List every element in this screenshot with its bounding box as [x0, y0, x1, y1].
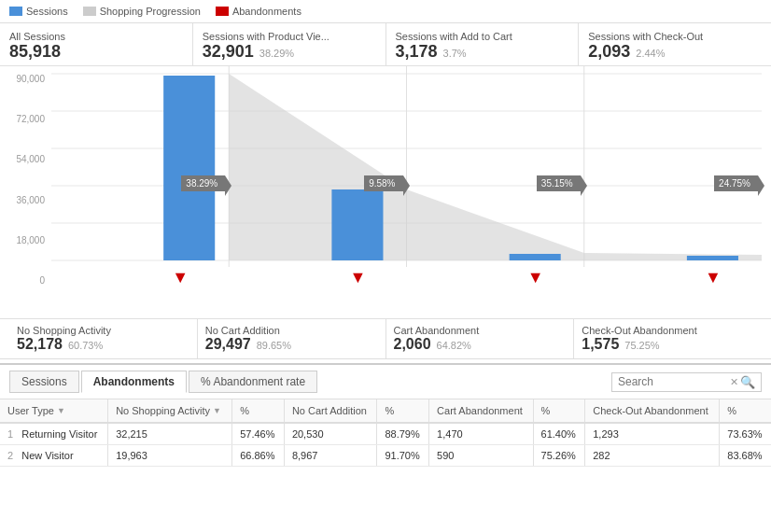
metric-checkout-pct: 2.44%	[636, 48, 665, 59]
badge-4-label: 24.75%	[714, 175, 758, 191]
badge-col-3: 35.15%	[407, 169, 584, 197]
svg-rect-14	[510, 254, 561, 260]
shopping-color-box	[83, 7, 96, 16]
metric-all-sessions: All Sessions 85,918	[0, 23, 193, 65]
tab-abandonments[interactable]: Abandonments	[81, 371, 187, 393]
badge-2-arrow	[403, 175, 410, 196]
sort-icon-user-type[interactable]: ▼	[57, 406, 65, 415]
search-icon[interactable]: 🔍	[740, 375, 755, 389]
badge-1-label: 38.29%	[181, 175, 225, 191]
metric-all-sessions-value: 85,918	[9, 42, 183, 62]
tab-sessions[interactable]: Sessions	[9, 371, 79, 393]
td-returning-p2: 88.79%	[377, 423, 429, 445]
td-returning-v4: 1,293	[585, 423, 720, 445]
abandonment-cart-value: 2,060	[394, 336, 431, 353]
badge-col-1: 38.29%	[51, 169, 229, 197]
legend-sessions: Sessions	[9, 6, 68, 17]
abandonment-checkout-value: 1,575	[582, 336, 619, 353]
th-pct-3: %	[533, 399, 585, 423]
th-pct-4: %	[720, 399, 771, 423]
td-new-p2: 91.70%	[377, 445, 429, 467]
td-new-v1: 19,963	[108, 445, 232, 467]
tab-bar: Sessions Abandonments % Abandonment rate…	[0, 365, 771, 399]
y-label-0: 90,000	[0, 74, 45, 84]
abandonment-cart: Cart Abandonment 2,060 64.82%	[386, 319, 575, 358]
abandonment-no-cart-label: No Cart Addition	[205, 325, 378, 336]
th-checkout-aband: Check-Out Abandonment	[585, 399, 720, 423]
metric-product-views-value: 32,901	[203, 42, 254, 62]
search-area: ✕ 🔍	[611, 372, 762, 392]
th-user-type: User Type ▼	[0, 399, 108, 423]
abandonment-cart-label: Cart Abandonment	[394, 325, 567, 336]
badge-1-arrow	[225, 175, 231, 196]
metric-add-to-cart-value: 3,178	[396, 42, 438, 62]
metrics-row: All Sessions 85,918 Sessions with Produc…	[0, 23, 771, 66]
td-returning-p4: 73.63%	[720, 423, 771, 445]
table-section: Sessions Abandonments % Abandonment rate…	[0, 363, 771, 467]
table-header-row: User Type ▼ No Shopping Activity ▼ % No …	[0, 399, 771, 423]
abandonment-no-cart-value: 29,497	[205, 336, 251, 353]
table-row: 2 New Visitor 19,963 66.86% 8,967 91.70%…	[0, 445, 771, 467]
td-new-v2: 8,967	[284, 445, 377, 467]
table-row: 1 Returning Visitor 32,215 57.46% 20,530…	[0, 423, 771, 445]
metric-product-views: Sessions with Product Vie... 32,901 38.2…	[193, 23, 386, 65]
svg-text:▼: ▼	[527, 268, 544, 287]
abandonment-checkout-pct: 75.25%	[624, 340, 659, 351]
app-container: Sessions Shopping Progression Abandonmen…	[0, 0, 771, 467]
legend-shopping: Shopping Progression	[83, 6, 201, 17]
metric-checkout: Sessions with Check-Out 2,093 2.44%	[579, 23, 771, 65]
td-new-v4: 282	[585, 445, 720, 467]
search-input[interactable]	[618, 375, 730, 388]
badge-2-label: 9.58%	[364, 175, 402, 191]
badge-col-2: 9.58%	[229, 169, 406, 197]
td-new-type: 2 New Visitor	[0, 445, 108, 467]
svg-text:▼: ▼	[705, 268, 722, 287]
td-new-p1: 66.86%	[232, 445, 285, 467]
td-returning-type: 1 Returning Visitor	[0, 423, 108, 445]
th-cart-aband: Cart Abandonment	[429, 399, 533, 423]
th-pct-2: %	[377, 399, 429, 423]
svg-marker-10	[407, 189, 584, 260]
badge-4-arrow	[758, 175, 764, 196]
metric-checkout-label: Sessions with Check-Out	[588, 31, 762, 42]
abandonment-no-shopping-value: 52,178	[17, 336, 63, 353]
abandonment-no-cart: No Cart Addition 29,497 89.65%	[198, 319, 386, 358]
svg-rect-13	[331, 189, 383, 260]
td-returning-v2: 20,530	[284, 423, 377, 445]
y-label-5: 0	[0, 275, 45, 286]
badge-3-label: 35.15%	[537, 175, 581, 191]
legend-abandonments: Abandonments	[216, 6, 301, 17]
legend-abandonments-label: Abandonments	[232, 6, 301, 17]
th-pct-1: %	[232, 399, 285, 423]
svg-rect-12	[163, 76, 215, 260]
svg-rect-15	[687, 256, 738, 260]
metric-add-to-cart-pct: 3.7%	[443, 48, 467, 59]
abandonments-color-box	[216, 7, 229, 16]
tab-abandonment-rate[interactable]: % Abandonment rate	[189, 371, 317, 393]
td-new-v3: 590	[429, 445, 533, 467]
metric-product-views-label: Sessions with Product Vie...	[203, 31, 376, 42]
sort-icon-no-shopping[interactable]: ▼	[213, 406, 221, 415]
th-no-cart: No Cart Addition	[284, 399, 377, 423]
metric-all-sessions-label: All Sessions	[9, 31, 183, 42]
metric-add-to-cart: Sessions with Add to Cart 3,178 3.7%	[386, 23, 580, 65]
svg-text:▼: ▼	[350, 268, 367, 287]
clear-icon[interactable]: ✕	[730, 376, 738, 388]
abandonment-cart-pct: 64.82%	[437, 340, 471, 351]
badges-row: 38.29% 9.58% 35.15%	[51, 169, 762, 197]
td-returning-v1: 32,215	[108, 423, 232, 445]
abandonment-no-cart-pct: 89.65%	[257, 340, 291, 351]
abandonment-no-shopping: No Shopping Activity 52,178 60.73%	[9, 319, 198, 358]
legend-sessions-label: Sessions	[26, 6, 68, 17]
badge-col-4: 24.75%	[584, 169, 762, 197]
td-returning-v3: 1,470	[429, 423, 533, 445]
abandonment-row: No Shopping Activity 52,178 60.73% No Ca…	[0, 318, 771, 358]
th-no-shopping: No Shopping Activity ▼	[108, 399, 232, 423]
svg-text:▼: ▼	[172, 268, 189, 287]
abandonment-no-shopping-pct: 60.73%	[68, 340, 103, 351]
badge-3-arrow	[581, 175, 587, 196]
abandonment-checkout: Check-Out Abandonment 1,575 75.25%	[574, 319, 762, 358]
y-axis: 90,000 72,000 54,000 36,000 18,000 0	[0, 66, 49, 318]
y-label-1: 72,000	[0, 114, 45, 124]
legend-shopping-label: Shopping Progression	[100, 6, 201, 17]
